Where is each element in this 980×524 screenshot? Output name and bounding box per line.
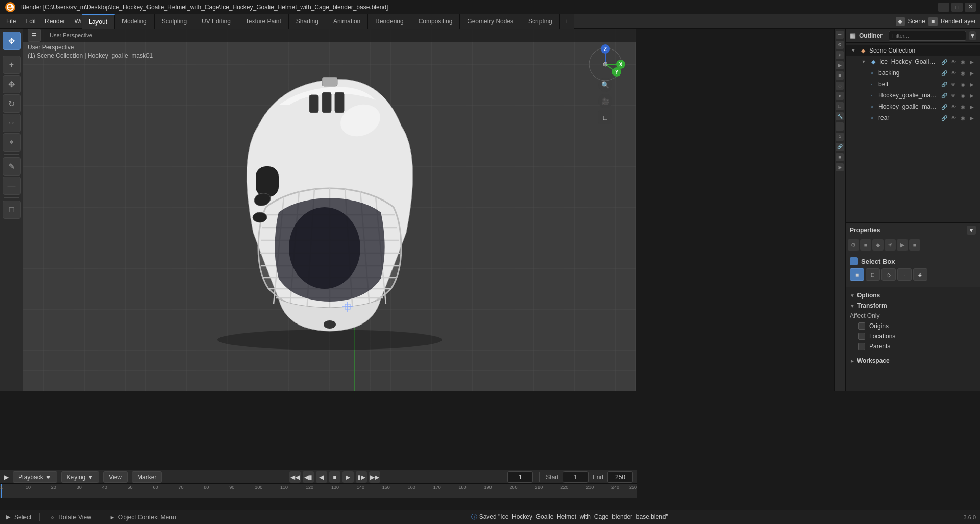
select-icon-0[interactable]: ▶ [968,58,976,66]
select-icon-5[interactable]: ▶ [968,114,976,122]
add-workspace-button[interactable]: + [560,14,574,29]
timeline-view-btn[interactable]: View [103,471,128,483]
play-forward-button[interactable]: ▶ [342,471,354,483]
3d-viewport[interactable]: ☰ User Perspective User Perspective (1) … [23,29,636,391]
outliner-search[interactable] [889,31,966,41]
props-filter-btn[interactable]: ▼ [967,226,976,235]
material-icon[interactable]: ◉ [836,163,844,171]
props-workspace-icon[interactable]: ■ [860,239,871,251]
physics-icon[interactable]: ↴ [836,133,844,141]
tab-uv-editing[interactable]: UV Editing [194,14,238,29]
end-frame-input[interactable] [607,471,633,483]
outliner-item-3[interactable]: ▫ Hockey_goalie_maskC 🔗 👁 ◉ ▶ [846,90,980,101]
scene-nav-icon[interactable]: ◇ [836,82,844,90]
hide-icon-0[interactable]: ◉ [959,58,967,66]
prev-keyframe-button[interactable]: ◀▮ [303,471,314,483]
link-icon-3[interactable]: 🔗 [940,91,948,99]
select-icon-3[interactable]: ▶ [968,91,976,99]
parents-checkbox[interactable] [858,343,865,350]
workspace-section-header[interactable]: ► Workspace [850,356,976,366]
tool-select[interactable]: ✥ [3,32,21,50]
tool-cursor[interactable]: + [3,56,21,74]
ortho-button[interactable]: □ [598,110,612,124]
expand-icon-0[interactable]: ▼ [860,58,867,65]
tab-texture-paint[interactable]: Texture Paint [238,14,289,29]
props-render-icon[interactable]: ☀ [885,239,896,251]
current-frame-input[interactable] [507,471,533,483]
link-icon-1[interactable]: 🔗 [940,69,948,77]
tool-annotate[interactable]: ✎ [3,157,21,176]
tab-shading[interactable]: Shading [289,14,326,29]
link-icon-0[interactable]: 🔗 [940,58,948,66]
select-mode-5[interactable]: ◈ [913,268,927,281]
hide-icon-4[interactable]: ◉ [959,103,967,111]
gizmo-sphere[interactable]: Y X Z [585,44,616,74]
transform-section-header[interactable]: ▼ Transform [850,301,976,311]
menu-render[interactable]: Render [41,16,69,27]
object-icon[interactable]: □ [836,102,844,110]
viewport-gizmo[interactable]: Y X Z 🔍 🎥 □ [585,44,626,85]
vis-icon-4[interactable]: 👁 [949,103,958,111]
start-frame-input[interactable] [563,471,589,483]
vp-menu-icon[interactable]: ☰ [28,29,41,42]
select-icon-4[interactable]: ▶ [968,103,976,111]
link-icon-5[interactable]: 🔗 [940,114,948,122]
next-keyframe-button[interactable]: ▮▶ [356,471,367,483]
select-mode-2[interactable]: □ [866,268,880,281]
tab-animation[interactable]: Animation [326,14,368,29]
locations-checkbox[interactable] [858,333,865,340]
options-section-header[interactable]: ▼ Options [850,290,976,301]
outliner-icon[interactable]: ☰ [836,31,844,39]
props-view-layer[interactable]: ■ [909,239,920,251]
maximize-button[interactable]: □ [951,3,963,12]
outliner-item-2[interactable]: ▫ belt 🔗 👁 ◉ ▶ [846,79,980,90]
outliner-filter-btn[interactable]: ▼ [969,31,976,40]
select-mode-1[interactable]: ■ [850,268,864,281]
particles-icon[interactable]: ∙ [836,122,844,131]
keying-btn[interactable]: Keying ▼ [61,471,100,483]
vis-icon-5[interactable]: 👁 [949,114,958,122]
vis-icon-1[interactable]: 👁 [949,69,958,77]
hide-icon-1[interactable]: ◉ [959,69,967,77]
render-icon[interactable]: ☀ [836,51,844,59]
play-reverse-button[interactable]: ◀ [316,471,327,483]
link-icon-4[interactable]: 🔗 [940,103,948,111]
constraints-icon[interactable]: 🔗 [836,143,844,151]
expand-icon[interactable]: ▼ [850,47,857,54]
tool-rotate[interactable]: ↻ [3,94,21,113]
tab-compositing[interactable]: Compositing [411,14,460,29]
select-mode-4[interactable]: ∙ [897,268,912,281]
tool-add-cube[interactable]: □ [3,201,21,219]
tab-sculpting[interactable]: Sculpting [155,14,194,29]
hide-icon-2[interactable]: ◉ [959,80,967,88]
menu-file[interactable]: File [2,16,20,27]
tool-measure[interactable]: ― [3,177,21,195]
tool-move[interactable]: ✥ [3,75,21,93]
outliner-scene-collection[interactable]: ▼ ◆ Scene Collection [846,45,980,56]
menu-edit[interactable]: Edit [21,16,40,27]
output-icon[interactable]: ▶ [836,61,844,69]
camera-button[interactable]: 🎥 [598,94,612,108]
select-icon-2[interactable]: ▶ [968,80,976,88]
marker-btn[interactable]: Marker [132,471,162,483]
minimize-button[interactable]: – [938,3,949,12]
tool-transform[interactable]: ⌖ [3,133,21,152]
view-layer-icon[interactable]: ■ [836,71,844,80]
tab-layout[interactable]: Layout [82,14,115,29]
link-icon-2[interactable]: 🔗 [940,80,948,88]
hide-icon-5[interactable]: ◉ [959,114,967,122]
origins-checkbox[interactable] [858,322,865,330]
properties-icon[interactable]: ⚙ [836,41,844,49]
jump-end-button[interactable]: ▶▶ [369,471,380,483]
stop-button[interactable]: ■ [329,471,340,483]
data-icon[interactable]: ■ [836,153,844,161]
modifier-icon[interactable]: 🔧 [836,112,844,120]
hide-icon-3[interactable]: ◉ [959,91,967,99]
tab-scripting[interactable]: Scripting [521,14,560,29]
vis-icon-2[interactable]: 👁 [949,80,958,88]
scene-icon[interactable]: ◆ [896,17,905,26]
outliner-item-1[interactable]: ▫ backing 🔗 👁 ◉ ▶ [846,67,980,79]
select-icon-1[interactable]: ▶ [968,69,976,77]
props-tool-icon[interactable]: ⚙ [848,239,859,251]
world-icon[interactable]: ● [836,92,844,100]
